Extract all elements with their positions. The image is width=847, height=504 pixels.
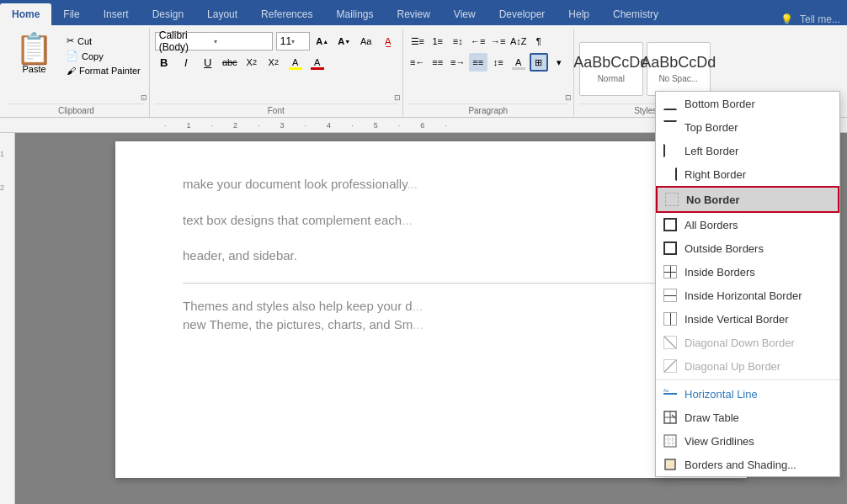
- numbering-button[interactable]: 1≡: [429, 32, 447, 50]
- clipboard-small-buttons: ✂ Cut 📄 Copy 🖌 Format Painter: [63, 30, 144, 103]
- align-left-button[interactable]: ≡←: [408, 53, 427, 72]
- draw-table-item[interactable]: Draw Table: [656, 406, 839, 429]
- all-borders-item[interactable]: All Borders: [656, 213, 839, 236]
- shading-button[interactable]: A: [509, 53, 528, 72]
- view-gridlines-item[interactable]: View Gridlines: [656, 429, 839, 453]
- font-case-button[interactable]: Aa: [357, 32, 376, 50]
- style-no-space[interactable]: AaBbCcDd No Spac...: [647, 42, 711, 96]
- no-border-item[interactable]: No Border: [656, 186, 839, 213]
- bullets-button[interactable]: ☰≡: [408, 32, 427, 50]
- left-border-icon: [663, 143, 678, 158]
- font-color-button[interactable]: A: [308, 53, 327, 72]
- page-divider: [183, 283, 679, 284]
- horizontal-line-item[interactable]: Aa Horizontal Line: [656, 382, 839, 406]
- svg-text:Aa: Aa: [663, 388, 669, 393]
- tab-chemistry[interactable]: Chemistry: [601, 3, 670, 25]
- italic-button[interactable]: I: [177, 53, 195, 72]
- cut-button[interactable]: ✂ Cut: [63, 34, 144, 48]
- tell-me-input[interactable]: Tell me...: [800, 13, 840, 25]
- bottom-border-item[interactable]: Bottom Border: [656, 92, 839, 115]
- paragraph-row2: ≡← ≡≡ ≡→ ≡≡ ↕≡ A ⊞ ▾: [408, 53, 568, 72]
- style-normal-preview: AaBbCcDd: [573, 54, 648, 72]
- cut-icon: ✂: [67, 35, 74, 46]
- justify-button[interactable]: ≡≡: [469, 53, 487, 72]
- borders-and-shading-item[interactable]: Borders and Shading...: [656, 453, 839, 476]
- tab-review[interactable]: Review: [385, 3, 441, 25]
- cut-label: Cut: [77, 36, 92, 46]
- paste-label: Paste: [22, 64, 45, 74]
- view-gridlines-label: View Gridlines: [685, 435, 754, 448]
- tab-layout[interactable]: Layout: [195, 3, 249, 25]
- increase-indent-button[interactable]: →≡: [489, 32, 508, 50]
- font-family-value: Calibri (Body): [159, 29, 214, 53]
- sort-button[interactable]: A↕Z: [509, 32, 528, 50]
- right-border-label: Right Border: [685, 168, 746, 181]
- inside-vertical-border-label: Inside Vertical Border: [685, 313, 789, 326]
- multilevel-list-button[interactable]: ≡↕: [449, 32, 467, 50]
- clipboard-expand-icon[interactable]: ⊡: [141, 93, 147, 102]
- text-highlight-button[interactable]: A: [286, 53, 305, 72]
- no-border-label: No Border: [686, 194, 740, 206]
- diagonal-down-border-icon: [663, 335, 678, 350]
- all-borders-icon: [663, 217, 678, 232]
- font-family-selector[interactable]: Calibri (Body) ▾: [155, 32, 273, 50]
- copy-label: Copy: [82, 51, 104, 61]
- outside-borders-item[interactable]: Outside Borders: [656, 236, 839, 260]
- border-button[interactable]: ⊞: [530, 53, 548, 72]
- font-size-selector[interactable]: 11 ▾: [276, 32, 310, 50]
- svg-rect-7: [664, 435, 676, 447]
- font-grow-button[interactable]: A▲: [313, 32, 332, 50]
- all-borders-label: All Borders: [685, 219, 738, 231]
- align-right-button[interactable]: ≡→: [449, 53, 467, 72]
- clear-formatting-button[interactable]: A̲: [379, 32, 397, 50]
- paragraph-group: ☰≡ 1≡ ≡↕ ←≡ →≡ A↕Z ¶ ≡← ≡≡ ≡→ ≡≡ ↕≡ A ⊞ …: [403, 29, 574, 117]
- font-expand-icon[interactable]: ⊡: [394, 93, 401, 102]
- tab-view[interactable]: View: [442, 3, 487, 25]
- bold-button[interactable]: B: [155, 53, 173, 72]
- left-border-item[interactable]: Left Border: [656, 139, 839, 162]
- tab-insert[interactable]: Insert: [92, 3, 141, 25]
- copy-button[interactable]: 📄 Copy: [63, 49, 144, 63]
- show-formatting-button[interactable]: ¶: [530, 32, 548, 50]
- strikethrough-button[interactable]: abc: [221, 53, 239, 72]
- font-shrink-button[interactable]: A▼: [335, 32, 354, 50]
- diagonal-down-border-label: Diagonal Down Border: [685, 337, 795, 349]
- font-group-label: Font: [155, 103, 397, 117]
- right-border-item[interactable]: Right Border: [656, 162, 839, 186]
- superscript-button[interactable]: X2: [264, 53, 283, 72]
- format-painter-button[interactable]: 🖌 Format Painter: [63, 64, 144, 77]
- inside-borders-item[interactable]: Inside Borders: [656, 260, 839, 284]
- doc-text-2: text box designs that complement each...…: [183, 211, 679, 231]
- inside-horizontal-border-label: Inside Horizontal Border: [685, 289, 802, 302]
- tab-mailings[interactable]: Mailings: [324, 3, 385, 25]
- inside-borders-icon: [663, 264, 678, 279]
- bottom-border-icon: [663, 96, 678, 111]
- inside-horizontal-border-item[interactable]: Inside Horizontal Border: [656, 284, 839, 307]
- inside-vertical-border-item[interactable]: Inside Vertical Border: [656, 307, 839, 331]
- style-no-space-label: No Spac...: [658, 74, 698, 83]
- style-normal[interactable]: AaBbCcDd Normal: [579, 42, 643, 96]
- line-spacing-button[interactable]: ↕≡: [489, 53, 508, 72]
- paragraph-group-label: Paragraph: [408, 103, 568, 117]
- tab-developer[interactable]: Developer: [487, 3, 557, 25]
- tab-references[interactable]: References: [249, 3, 324, 25]
- borders-and-shading-label: Borders and Shading...: [685, 459, 796, 471]
- svg-rect-12: [665, 459, 675, 470]
- tab-help[interactable]: Help: [557, 3, 601, 25]
- bottom-border-label: Bottom Border: [685, 98, 755, 110]
- decrease-indent-button[interactable]: ←≡: [469, 32, 487, 50]
- paragraph-expand-icon[interactable]: ⊡: [565, 93, 572, 102]
- align-center-button[interactable]: ≡≡: [429, 53, 447, 72]
- underline-button[interactable]: U: [199, 53, 217, 72]
- horizontal-line-icon: Aa: [663, 386, 678, 401]
- tab-design[interactable]: Design: [141, 3, 195, 25]
- tab-file[interactable]: File: [51, 3, 91, 25]
- top-border-item[interactable]: Top Border: [656, 115, 839, 139]
- subscript-button[interactable]: X2: [242, 53, 261, 72]
- document-page[interactable]: make your document look professionally..…: [115, 141, 747, 478]
- paste-button[interactable]: 📋 Paste: [8, 30, 60, 103]
- border-arrow-button[interactable]: ▾: [550, 53, 568, 72]
- tab-home[interactable]: Home: [0, 3, 51, 25]
- font-name-row: Calibri (Body) ▾ 11 ▾ A▲ A▼ Aa A̲: [155, 32, 397, 50]
- svg-line-0: [664, 337, 676, 348]
